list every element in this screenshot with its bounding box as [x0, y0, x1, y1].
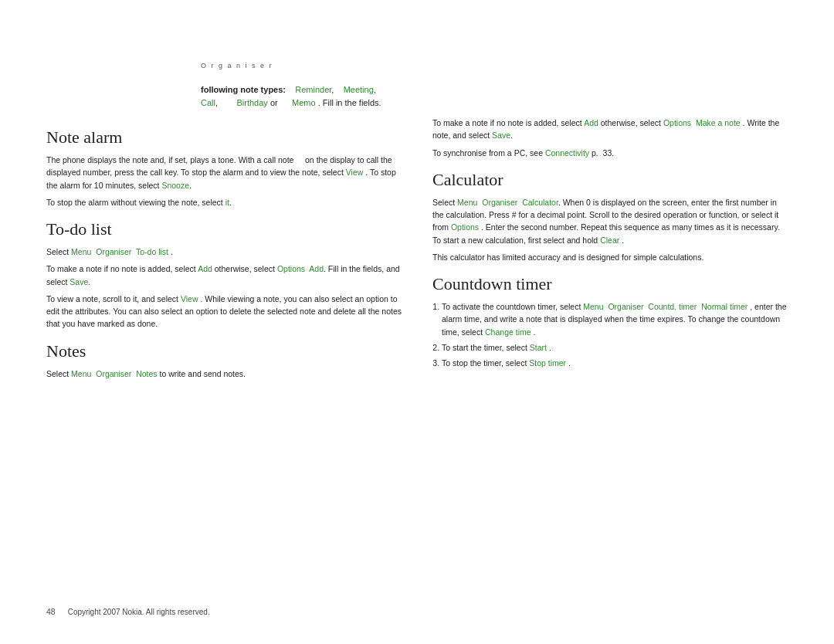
- page: O r g a n i s e r following note types: …: [0, 0, 834, 644]
- page-number: 48: [46, 607, 56, 616]
- countdown-step-3: To stop the timer, select Stop timer .: [442, 357, 788, 369]
- intro-bold: following note types:: [201, 85, 286, 94]
- countdown-menu: Menu: [583, 302, 603, 311]
- make-note-link: Make a note: [696, 118, 741, 127]
- add-link-r1: Add: [584, 118, 598, 127]
- countdown-step-1: To activate the countdown timer, select …: [442, 300, 788, 338]
- countdown-title: Countdown timer: [432, 274, 788, 294]
- options-link1: Options: [277, 264, 305, 273]
- intro-space: [288, 85, 293, 94]
- todo-menu-line: Select Menu Organiser To-do list .: [46, 246, 402, 258]
- view-link: View: [346, 168, 364, 177]
- note-alarm-title: Note alarm: [46, 127, 402, 147]
- todo-text1: To make a note if no note is added, sele…: [46, 263, 402, 288]
- calc-menu: Menu: [457, 198, 477, 207]
- save-link-r1: Save: [492, 130, 510, 140]
- view-link2: View: [181, 294, 198, 303]
- countdown-list: To activate the countdown timer, select …: [442, 300, 788, 369]
- left-column: Note alarm The phone displays the note a…: [46, 117, 402, 385]
- clear-link: Clear: [600, 236, 619, 245]
- calc-organiser: Organiser: [482, 198, 517, 207]
- organiser-label: O r g a n i s e r: [201, 62, 788, 69]
- notes-title: Notes: [46, 341, 402, 361]
- countdown-normal: Normal timer: [701, 302, 748, 311]
- space2: [336, 85, 341, 94]
- save-link1: Save: [70, 277, 88, 286]
- note-alarm-text1: The phone displays the note and, if set,…: [46, 154, 402, 192]
- todo-text2: To view a note, scroll to it, and select…: [46, 293, 402, 330]
- note-alarm-text2: To stop the alarm without viewing the no…: [46, 196, 402, 208]
- add-link1: Add: [198, 264, 212, 273]
- comma3: ,: [215, 98, 218, 107]
- space3: [220, 98, 234, 107]
- comma2: ,: [374, 85, 376, 94]
- start-link: Start: [530, 343, 547, 352]
- options-link-r1: Options: [663, 118, 691, 127]
- fill-text: . Fill in the fields.: [318, 98, 381, 107]
- calculator-title: Calculator: [432, 170, 788, 190]
- notes-menu: Menu: [71, 369, 91, 378]
- or-text: or: [270, 98, 278, 107]
- footer: 48 Copyright 2007 Nokia. All rights rese…: [46, 607, 788, 616]
- notes-menu-line: Select Menu Organiser Notes to write and…: [46, 368, 402, 380]
- it-link: it: [225, 198, 229, 207]
- call-link: Call: [201, 98, 215, 107]
- notes-link: Notes: [136, 369, 157, 378]
- add-link2: Add: [309, 264, 324, 273]
- right-intro-text1: To make a note if no note is added, sele…: [432, 117, 788, 142]
- intro-line: following note types: Reminder, Meeting,…: [46, 83, 788, 109]
- todo-list-link: To-do list: [136, 247, 168, 256]
- calc-link: Calculator: [522, 198, 558, 207]
- meeting-link: Meeting: [344, 85, 374, 94]
- two-col-layout: Note alarm The phone displays the note a…: [46, 117, 788, 385]
- birthday-link: Birthday: [236, 98, 267, 107]
- todo-title: To-do list: [46, 219, 402, 239]
- countdown-step-2: To start the timer, select Start .: [442, 341, 788, 354]
- calculator-text1: Select Menu Organiser Calculator. When 0…: [432, 196, 788, 246]
- connectivity-link: Connectivity: [545, 148, 589, 158]
- comma1: ,: [331, 85, 334, 94]
- reminder-link: Reminder: [295, 85, 331, 94]
- stop-timer-link: Stop timer: [529, 358, 566, 368]
- calculator-text2: This calculator has limited accuracy and…: [432, 251, 788, 263]
- snooze-link: Snooze: [161, 181, 189, 190]
- countdown-countd: Countd. timer: [648, 302, 697, 311]
- options-link-c: Options: [451, 222, 479, 232]
- copyright: Copyright 2007 Nokia. All rights reserve…: [68, 608, 210, 616]
- space4: [280, 98, 290, 107]
- todo-organiser: Organiser: [96, 247, 131, 256]
- notes-organiser: Organiser: [96, 369, 131, 378]
- right-column: To make a note if no note is added, sele…: [432, 117, 788, 385]
- countdown-organiser: Organiser: [608, 302, 643, 311]
- sync-pc-text: To synchronise from a PC, see Connectivi…: [432, 147, 788, 159]
- memo-link: Memo: [292, 98, 316, 107]
- change-time-link: Change time: [485, 327, 531, 337]
- todo-menu: Menu: [71, 247, 91, 256]
